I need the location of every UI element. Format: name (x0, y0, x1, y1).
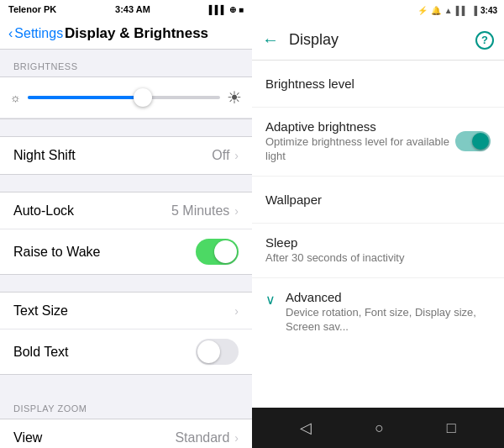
ios-text-size-label: Text Size (13, 303, 234, 319)
android-help-button[interactable]: ? (475, 31, 494, 50)
android-sleep-title: Sleep (265, 235, 491, 250)
brightness-high-icon: ☀ (227, 87, 242, 108)
android-home-nav-icon[interactable]: ○ (375, 419, 384, 437)
ios-view-row[interactable]: View Standard › (0, 419, 252, 448)
ios-bold-text-toggle-thumb (197, 340, 220, 363)
ios-time: 3:43 AM (115, 4, 150, 14)
android-toolbar: ← Display ? (252, 20, 504, 61)
ios-night-shift-row[interactable]: Night Shift Off › (0, 137, 252, 174)
android-adaptive-brightness-row: Adaptive brightness Optimize brightness … (252, 108, 504, 177)
ios-raise-to-wake-toggle-thumb (214, 240, 237, 263)
ios-auto-lock-label: Auto-Lock (13, 203, 171, 219)
ios-status-bar: Telenor PK 3:43 AM ▌▌▌ ⊕ ■ (0, 0, 252, 18)
ios-back-chevron-icon: ‹ (8, 26, 13, 41)
ios-slider-thumb (134, 88, 152, 107)
android-wallpaper-title: Wallpaper (265, 192, 491, 207)
ios-brightness-slider-row: ☼ ☀ (0, 77, 252, 119)
ios-brightness-slider[interactable] (28, 96, 220, 99)
ios-slider-fill (28, 96, 143, 99)
android-nav-bar: ◁ ○ □ (252, 408, 504, 448)
brightness-low-icon: ☼ (10, 91, 21, 104)
android-time: 3:43 (480, 6, 497, 15)
ios-night-shift-chevron-icon: › (234, 149, 239, 162)
ios-auto-lock-value: 5 Minutes (171, 203, 229, 219)
android-adaptive-brightness-toggle-thumb (472, 133, 489, 150)
ios-view-label: View (13, 430, 175, 445)
ios-brightness-header: BRIGHTNESS (0, 50, 252, 76)
ios-auto-lock-row[interactable]: Auto-Lock 5 Minutes › (0, 192, 252, 229)
ios-back-label: Settings (14, 26, 63, 41)
android-adaptive-brightness-subtitle: Optimize brightness level for available … (265, 135, 455, 164)
ios-panel: Telenor PK 3:43 AM ▌▌▌ ⊕ ■ ‹ Settings Di… (0, 0, 252, 448)
ios-lock-group: Auto-Lock 5 Minutes › Raise to Wake (0, 192, 252, 275)
android-battery-icon: ▐ (471, 6, 477, 15)
ios-signal-icon: ▌▌▌ (209, 5, 227, 14)
android-wallpaper-row[interactable]: Wallpaper (252, 177, 504, 224)
android-adaptive-brightness-text: Adaptive brightness Optimize brightness … (265, 119, 455, 164)
android-wifi-icon: ▲ (444, 6, 453, 15)
android-adaptive-brightness-title: Adaptive brightness (265, 119, 455, 134)
ios-text-group: Text Size › Bold Text (0, 292, 252, 375)
android-advanced-subtitle: Device rotation, Font size, Display size… (286, 306, 491, 335)
ios-text-size-row[interactable]: Text Size › (0, 293, 252, 329)
ios-brightness-group: ☼ ☀ (0, 76, 252, 119)
android-brightness-level-row[interactable]: Brightness level (252, 61, 504, 108)
ios-zoom-group: View Standard › (0, 419, 252, 448)
ios-raise-to-wake-row: Raise to Wake (0, 229, 252, 274)
ios-text-size-chevron-icon: › (234, 304, 239, 318)
android-content: Brightness level Adaptive brightness Opt… (252, 61, 504, 408)
android-recents-nav-icon[interactable]: □ (447, 419, 456, 437)
ios-status-icons: ▌▌▌ ⊕ ■ (209, 5, 244, 14)
ios-battery-icon: ■ (239, 5, 244, 14)
android-bluetooth-icon: ⚡ (417, 6, 428, 15)
android-signal-icon: ▌▌ (456, 6, 468, 15)
ios-nav-bar: ‹ Settings Display & Brightness (0, 18, 252, 50)
android-brightness-level-text: Brightness level (265, 76, 491, 91)
android-advanced-title: Advanced (286, 290, 491, 304)
android-volume-icon: 🔔 (431, 6, 441, 15)
ios-display-zoom-header: DISPLAY ZOOM (0, 392, 252, 419)
android-brightness-level-title: Brightness level (265, 76, 491, 91)
android-advanced-row[interactable]: ∨ Advanced Device rotation, Font size, D… (252, 278, 504, 346)
ios-auto-lock-chevron-icon: › (234, 204, 239, 218)
ios-view-chevron-icon: › (234, 431, 239, 445)
ios-wifi-icon: ⊕ (229, 5, 236, 14)
ios-night-shift-value: Off (212, 148, 229, 163)
android-status-bar: ⚡ 🔔 ▲ ▌▌ ▐ 3:43 (252, 0, 504, 20)
android-advanced-chevron-icon: ∨ (265, 290, 286, 308)
ios-carrier-text: Telenor PK (8, 4, 56, 14)
ios-content: BRIGHTNESS ☼ ☀ Night Shift Off › Auto-Lo (0, 50, 252, 448)
ios-raise-to-wake-label: Raise to Wake (13, 245, 196, 260)
android-adaptive-brightness-toggle[interactable] (455, 131, 491, 151)
ios-bold-text-row: Bold Text (0, 329, 252, 374)
ios-bold-text-toggle[interactable] (196, 339, 239, 365)
ios-night-shift-group: Night Shift Off › (0, 136, 252, 175)
android-advanced-text: Advanced Device rotation, Font size, Dis… (286, 290, 491, 335)
ios-raise-to-wake-toggle[interactable] (196, 239, 239, 265)
ios-carrier: Telenor PK (8, 4, 56, 14)
android-back-button[interactable]: ← (262, 30, 279, 50)
ios-nav-title: Display & Brightness (63, 25, 210, 42)
android-panel: ⚡ 🔔 ▲ ▌▌ ▐ 3:43 ← Display ? Brightness l… (252, 0, 504, 448)
ios-view-value: Standard (175, 430, 229, 445)
android-toolbar-title: Display (289, 31, 465, 49)
ios-bold-text-label: Bold Text (13, 345, 196, 360)
ios-night-shift-label: Night Shift (13, 148, 212, 163)
android-sleep-text: Sleep After 30 seconds of inactivity (265, 235, 491, 266)
ios-back-button[interactable]: ‹ Settings (8, 26, 63, 41)
android-sleep-subtitle: After 30 seconds of inactivity (265, 251, 491, 266)
android-wallpaper-text: Wallpaper (265, 192, 491, 207)
android-sleep-row[interactable]: Sleep After 30 seconds of inactivity (252, 224, 504, 278)
android-help-label: ? (481, 34, 488, 46)
android-back-nav-icon[interactable]: ◁ (300, 419, 312, 437)
